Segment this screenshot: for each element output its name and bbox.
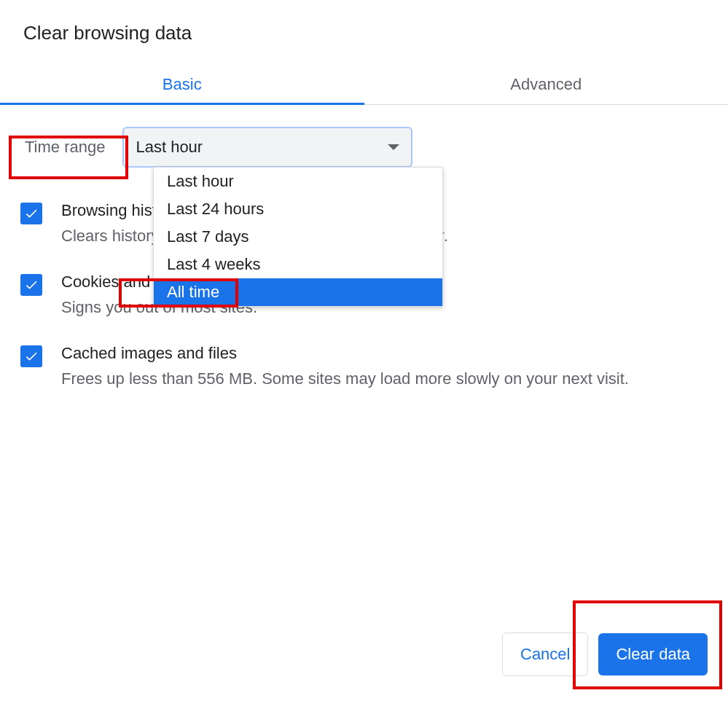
dropdown-option-all-time[interactable]: All time	[154, 278, 442, 306]
tab-basic[interactable]: Basic	[0, 65, 364, 104]
checkbox-cookies[interactable]	[20, 274, 42, 296]
tab-advanced[interactable]: Advanced	[364, 65, 729, 104]
checkmark-icon	[24, 349, 39, 364]
option-desc: Frees up less than 556 MB. Some sites ma…	[61, 367, 708, 391]
timerange-label: Time range	[20, 132, 109, 162]
clear-data-button[interactable]: Clear data	[598, 633, 708, 675]
timerange-row: Time range Last hour Last hour Last 24 h…	[20, 127, 708, 168]
checkmark-icon	[24, 278, 39, 292]
tabs: Basic Advanced	[0, 65, 728, 105]
checkmark-icon	[24, 206, 39, 221]
option-text: Cached images and files Frees up less th…	[61, 344, 708, 391]
dialog-title: Clear browsing data	[0, 22, 728, 65]
timerange-dropdown: Last hour Last 24 hours Last 7 days Last…	[153, 167, 443, 307]
checkbox-browsing-history[interactable]	[20, 203, 42, 224]
dropdown-option-last-24-hours[interactable]: Last 24 hours	[154, 195, 442, 223]
content-area: Time range Last hour Last hour Last 24 h…	[0, 105, 728, 391]
cancel-button[interactable]: Cancel	[502, 633, 588, 676]
option-title: Cached images and files	[61, 344, 708, 363]
dropdown-option-last-7-days[interactable]: Last 7 days	[154, 223, 442, 251]
chevron-down-icon	[388, 144, 399, 150]
timerange-select[interactable]: Last hour	[122, 127, 412, 168]
clear-browsing-data-dialog: Clear browsing data Basic Advanced Time …	[0, 0, 728, 391]
timerange-selected-value: Last hour	[136, 138, 203, 157]
checkbox-cached[interactable]	[20, 345, 42, 367]
dropdown-option-last-4-weeks[interactable]: Last 4 weeks	[154, 251, 442, 278]
option-cached: Cached images and files Frees up less th…	[20, 344, 708, 391]
dropdown-option-last-hour[interactable]: Last hour	[154, 168, 442, 195]
dialog-footer: Cancel Clear data	[492, 622, 718, 686]
